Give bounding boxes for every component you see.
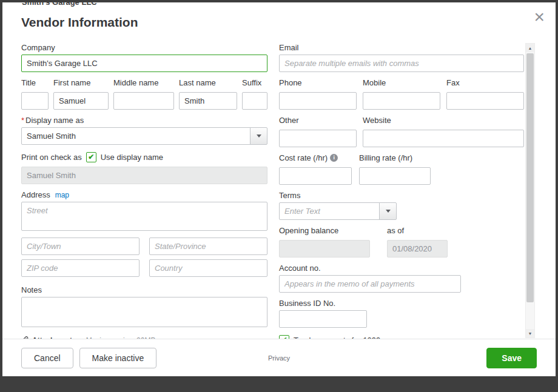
use-display-name-label: Use display name <box>101 153 163 162</box>
suffix-label: Suffix <box>242 78 267 87</box>
address-label-row: Address map <box>21 190 267 199</box>
cancel-button[interactable]: Cancel <box>21 348 73 368</box>
website-label: Website <box>363 116 524 125</box>
company-field: Company <box>21 43 267 72</box>
display-name-label-row: *Display name as <box>21 116 267 125</box>
mobile-input[interactable] <box>363 92 440 110</box>
save-button[interactable]: Save <box>486 348 537 368</box>
terms-dropdown-button[interactable] <box>379 202 397 220</box>
address-label: Address <box>21 190 50 199</box>
chevron-down-icon <box>386 210 391 213</box>
left-column: Company Title First name Middle name Las… <box>21 43 267 345</box>
suffix-input[interactable] <box>242 92 267 110</box>
make-inactive-button[interactable]: Make inactive <box>79 348 157 368</box>
display-name-field: *Display name as <box>21 116 267 145</box>
terms-dropdown <box>279 202 397 220</box>
business-id-label: Business ID No. <box>279 299 524 308</box>
fax-input[interactable] <box>446 92 524 110</box>
use-display-name-checkbox[interactable]: ✔ <box>86 152 96 162</box>
scrollbar-thumb[interactable] <box>526 53 534 302</box>
city-input[interactable] <box>21 238 140 255</box>
print-on-check-input <box>21 167 267 184</box>
scroll-up-icon[interactable]: ▲ <box>526 44 534 52</box>
display-name-dropdown <box>21 127 267 145</box>
notes-field: Notes <box>21 285 267 330</box>
map-link[interactable]: map <box>55 191 69 199</box>
business-id-input[interactable] <box>279 310 367 328</box>
business-id-field: Business ID No. <box>279 299 524 328</box>
title-label: Title <box>21 78 49 87</box>
as-of-date-input <box>387 240 448 257</box>
middle-name-input[interactable] <box>113 92 174 110</box>
chevron-down-icon <box>257 135 261 138</box>
city-state-row <box>21 238 267 255</box>
account-no-label: Account no. <box>279 264 524 273</box>
terms-input[interactable] <box>279 202 380 220</box>
billing-rate-label: Billing rate (/hr) <box>359 153 431 162</box>
notes-label: Notes <box>21 285 267 294</box>
billing-rate-input[interactable] <box>359 167 431 185</box>
scroll-down-icon[interactable]: ▼ <box>526 329 534 337</box>
phone-label: Phone <box>279 78 357 87</box>
cost-rate-label: Cost rate (/hr) <box>279 153 328 162</box>
print-on-check-row: Print on check as ✔ Use display name <box>21 151 267 163</box>
opening-balance-fields: Opening balance as of <box>279 226 524 257</box>
zip-input[interactable] <box>21 259 140 277</box>
last-name-input[interactable] <box>179 92 237 110</box>
state-input[interactable] <box>149 238 267 255</box>
zip-country-row <box>21 259 267 277</box>
phone-input[interactable] <box>279 92 357 110</box>
display-name-label: Display name as <box>25 116 84 125</box>
right-column: Email Phone Mobile Fax Other Website Cos… <box>279 43 524 350</box>
print-on-check-label: Print on check as <box>21 153 82 162</box>
email-label: Email <box>279 43 524 52</box>
title-input[interactable] <box>21 92 49 110</box>
account-no-field: Account no. <box>279 264 524 293</box>
email-field: Email <box>279 43 524 72</box>
close-icon[interactable]: × <box>534 7 545 27</box>
other-website-fields: Other Website <box>279 116 524 147</box>
terms-field: Terms <box>279 191 524 220</box>
print-on-check-field <box>21 167 267 184</box>
country-input[interactable] <box>149 259 267 277</box>
website-input[interactable] <box>363 130 524 147</box>
cost-rate-input[interactable] <box>279 167 352 185</box>
terms-label: Terms <box>279 191 524 200</box>
first-name-input[interactable] <box>53 92 109 110</box>
background-page: Smith's Garage LLC <box>2 2 556 7</box>
company-label: Company <box>21 43 267 52</box>
name-fields: Title First name Middle name Last name S… <box>21 78 267 110</box>
first-name-label: First name <box>53 78 109 87</box>
last-name-label: Last name <box>179 78 237 87</box>
as-of-label: as of <box>387 226 448 235</box>
phone-fields: Phone Mobile Fax <box>279 78 524 110</box>
display-name-input[interactable] <box>21 127 250 145</box>
vendor-information-modal: Vendor Information × Company Title First… <box>2 7 556 376</box>
rate-fields: Cost rate (/hr)i Billing rate (/hr) <box>279 153 524 185</box>
middle-name-label: Middle name <box>113 78 174 87</box>
required-asterisk: * <box>21 116 24 125</box>
mobile-label: Mobile <box>363 78 440 87</box>
opening-balance-label: Opening balance <box>279 226 370 235</box>
email-input[interactable] <box>279 55 524 72</box>
vertical-scrollbar[interactable]: ▲ ▼ <box>525 43 535 338</box>
notes-input[interactable] <box>21 297 267 327</box>
company-input[interactable] <box>21 55 267 72</box>
background-page-title: Smith's Garage LLC <box>22 2 556 7</box>
cost-rate-label-row: Cost rate (/hr)i <box>279 153 352 162</box>
other-input[interactable] <box>279 130 357 147</box>
other-label: Other <box>279 116 357 125</box>
modal-footer: Cancel Make inactive Privacy Save <box>2 339 556 376</box>
display-name-dropdown-button[interactable] <box>250 127 267 145</box>
account-no-input[interactable] <box>279 275 461 293</box>
info-icon[interactable]: i <box>330 154 338 162</box>
scrollbar-track[interactable] <box>526 52 534 329</box>
privacy-link[interactable]: Privacy <box>268 354 290 362</box>
street-input[interactable] <box>21 202 267 231</box>
opening-balance-input <box>279 240 370 257</box>
modal-title: Vendor Information <box>21 15 138 30</box>
fax-label: Fax <box>446 78 524 87</box>
